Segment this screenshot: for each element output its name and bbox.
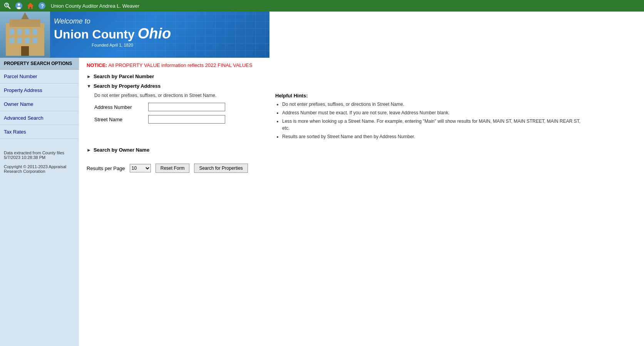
svg-rect-20 xyxy=(33,38,37,43)
sidebar-item-property-address[interactable]: Property Address xyxy=(0,84,79,97)
svg-marker-8 xyxy=(27,3,33,9)
sidebar-item-tax-rates[interactable]: Tax Rates xyxy=(0,125,79,139)
ohio-text: Ohio xyxy=(138,25,171,42)
svg-rect-16 xyxy=(33,29,37,35)
reset-form-button[interactable]: Reset Form xyxy=(156,164,190,173)
header-banner: Welcome to Union County Ohio Founded Apr… xyxy=(0,12,269,58)
search-for-properties-button[interactable]: Search for Properties xyxy=(194,164,248,173)
parcel-toggle-arrow: ► xyxy=(87,74,91,79)
svg-marker-22 xyxy=(21,12,29,19)
notice-label: NOTICE: xyxy=(87,62,107,68)
bottom-bar: Results per Page 10 25 50 100 Reset Form… xyxy=(87,160,636,176)
address-toggle-arrow: ▼ xyxy=(87,84,91,89)
svg-rect-21 xyxy=(21,46,29,56)
sidebar-item-parcel-number[interactable]: Parcel Number xyxy=(0,70,79,84)
notice-bar: NOTICE: All PROPERTY VALUE information r… xyxy=(87,62,636,68)
hint-item-1: Address Number must be exact. If you are… xyxy=(282,109,583,116)
helpful-hints: Helpful Hints: Do not enter prefixes, su… xyxy=(275,93,583,142)
notice-text: All PROPERTY VALUE information reflects … xyxy=(108,62,252,68)
svg-rect-19 xyxy=(25,38,30,43)
results-per-page-select[interactable]: 10 25 50 100 xyxy=(130,164,151,172)
svg-point-6 xyxy=(18,3,20,6)
svg-rect-15 xyxy=(25,29,30,35)
search-icon-btn[interactable]: 🔍 xyxy=(3,2,12,10)
hint-text: Do not enter prefixes, suffixes, or dire… xyxy=(94,93,264,98)
parcel-section-title: Search by Parcel Number xyxy=(94,74,154,79)
form-and-hints: Do not enter prefixes, suffixes, or dire… xyxy=(94,93,636,142)
main-content: NOTICE: All PROPERTY VALUE information r… xyxy=(79,58,644,346)
address-number-label: Address Number xyxy=(94,104,148,110)
svg-rect-17 xyxy=(10,38,14,43)
sidebar: PROPERTY SEARCH OPTIONS Parcel Number Pr… xyxy=(0,58,79,346)
main-layout: PROPERTY SEARCH OPTIONS Parcel Number Pr… xyxy=(0,58,644,346)
building-image xyxy=(0,12,50,58)
helpful-hints-list: Do not enter prefixes, suffixes, or dire… xyxy=(275,101,583,140)
hint-item-2: Less is more when looking up a Street Na… xyxy=(282,118,583,132)
hint-item-0: Do not enter prefixes, suffixes, or dire… xyxy=(282,101,583,108)
footer-line2: 5/7/2023 10:28:38 PM xyxy=(4,155,75,160)
owner-section-title: Search by Owner Name xyxy=(94,147,149,153)
county-text: Union County xyxy=(54,27,135,42)
banner-text: Welcome to Union County Ohio Founded Apr… xyxy=(54,17,171,47)
sidebar-item-owner-name[interactable]: Owner Name xyxy=(0,97,79,111)
svg-text:🔍: 🔍 xyxy=(5,3,10,8)
svg-rect-18 xyxy=(17,38,22,43)
hint-item-3: Results are sorted by Street Name and th… xyxy=(282,133,583,140)
footer-line3: Copyright © 2011-2023 Appraisal xyxy=(4,164,75,169)
street-name-row: Street Name xyxy=(94,115,264,124)
footer-info: Data extracted from County files 5/7/202… xyxy=(0,147,79,177)
results-per-page-label: Results per Page xyxy=(87,165,125,171)
form-fields: Do not enter prefixes, suffixes, or dire… xyxy=(94,93,264,142)
svg-point-7 xyxy=(17,7,21,9)
svg-rect-14 xyxy=(17,29,22,35)
help-icon-btn[interactable]: ? xyxy=(38,2,46,10)
address-number-row: Address Number xyxy=(94,103,264,111)
footer-line4: Research Corporation xyxy=(4,169,75,174)
helpful-hints-title: Helpful Hints: xyxy=(275,93,583,99)
svg-rect-13 xyxy=(10,29,14,35)
address-search-section: Do not enter prefixes, suffixes, or dire… xyxy=(94,93,636,142)
svg-line-4 xyxy=(8,7,10,8)
top-bar: 🔍 ? Union County Auditor Andrea L. Weave… xyxy=(0,0,644,12)
sidebar-item-advanced-search[interactable]: Advanced Search xyxy=(0,111,79,125)
user-icon-btn[interactable] xyxy=(15,2,23,10)
footer-line1: Data extracted from County files xyxy=(4,150,75,155)
owner-name-toggle[interactable]: ► Search by Owner Name xyxy=(87,147,636,153)
home-icon-btn[interactable] xyxy=(26,2,35,10)
address-section-title: Search by Property Address xyxy=(94,83,161,89)
top-bar-title: Union County Auditor Andrea L. Weaver xyxy=(51,3,139,9)
street-name-input[interactable] xyxy=(148,115,225,124)
address-number-input[interactable] xyxy=(148,103,225,111)
svg-rect-12 xyxy=(10,19,40,27)
parcel-number-toggle[interactable]: ► Search by Parcel Number xyxy=(87,74,636,79)
address-section-toggle[interactable]: ▼ Search by Property Address xyxy=(87,83,636,89)
founded-text: Founded April 1, 1820 xyxy=(54,43,171,47)
owner-toggle-arrow: ► xyxy=(87,147,91,153)
welcome-text: Welcome to xyxy=(54,17,171,25)
svg-text:?: ? xyxy=(41,3,44,9)
street-name-label: Street Name xyxy=(94,117,148,122)
sidebar-header: PROPERTY SEARCH OPTIONS xyxy=(0,58,79,70)
